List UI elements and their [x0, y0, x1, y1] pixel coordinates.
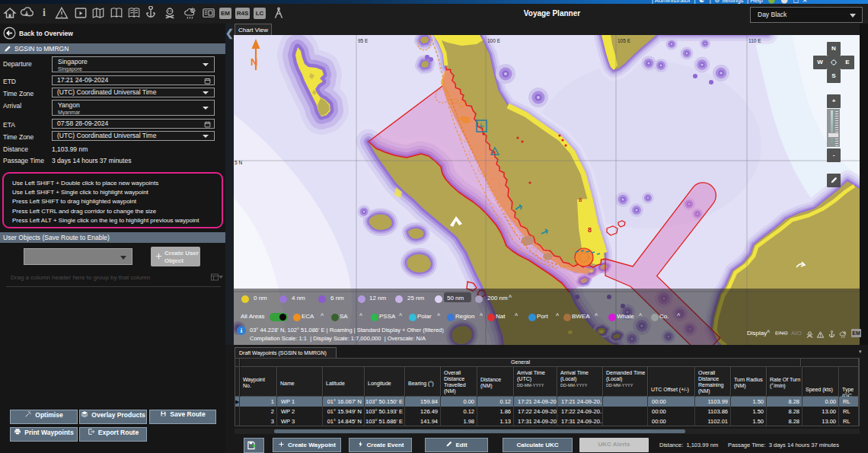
- svg-text:8: 8: [579, 196, 582, 203]
- svg-text:100 E: 100 E: [487, 38, 501, 43]
- svg-text:95 E: 95 E: [358, 38, 369, 43]
- svg-text:5 N: 5 N: [235, 160, 242, 165]
- svg-text:N: N: [251, 56, 257, 68]
- svg-text:110 E: 110 E: [748, 38, 761, 43]
- svg-text:8: 8: [588, 226, 592, 234]
- svg-text:105 E: 105 E: [617, 38, 631, 43]
